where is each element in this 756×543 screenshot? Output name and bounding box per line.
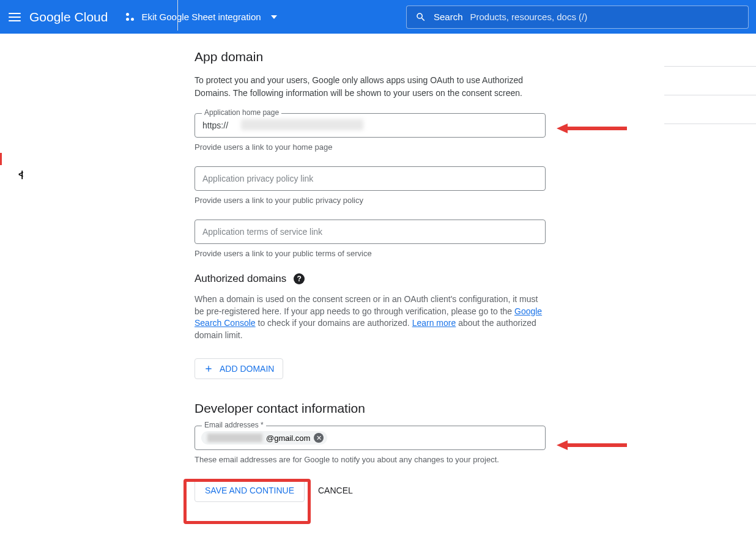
header: Google Cloud Ekit Google Sheet integrati…	[0, 0, 756, 34]
button-row: SAVE AND CONTINUE CANCEL	[195, 479, 756, 502]
remove-chip-icon[interactable]: ✕	[314, 433, 324, 443]
learn-more-link[interactable]: Learn more	[412, 318, 456, 328]
search-input[interactable]: Search Products, resources, docs (/)	[406, 6, 749, 29]
terms-of-service-input[interactable]	[195, 220, 546, 244]
plus-icon	[204, 364, 213, 374]
add-domain-button[interactable]: ADD DOMAIN	[195, 358, 283, 379]
chevron-down-icon	[271, 15, 277, 19]
hamburger-menu-icon[interactable]	[7, 10, 22, 24]
active-indicator	[0, 153, 2, 165]
content-wrapper: <| App domain To protect you and your us…	[0, 34, 756, 543]
authorized-domains-title-text: Authorized domains	[195, 273, 286, 285]
help-icon[interactable]: ?	[294, 273, 305, 284]
search-label: Search	[434, 12, 463, 22]
email-helper: These email addresses are for Google to …	[195, 455, 756, 464]
developer-contact-title: Developer contact information	[195, 401, 756, 416]
privacy-helper: Provide users a link to your public priv…	[195, 196, 756, 205]
authorized-domains-description: When a domain is used on the consent scr…	[195, 294, 543, 341]
email-suffix: @gmail.com	[266, 434, 310, 443]
collapse-sidebar-icon[interactable]: <|	[18, 169, 21, 179]
email-chip: @gmail.com ✕	[201, 431, 327, 445]
auth-desc-2: to check if your domains are authorized.	[256, 318, 412, 328]
add-domain-label: ADD DOMAIN	[220, 364, 274, 374]
search-placeholder: Products, resources, docs (/)	[470, 12, 588, 22]
email-label: Email addresses *	[202, 421, 266, 429]
decorative-lines	[664, 66, 756, 152]
terms-field-wrapper	[195, 220, 546, 244]
project-icon	[126, 13, 134, 21]
project-selector[interactable]: Ekit Google Sheet integration	[126, 12, 276, 22]
email-addresses-input[interactable]: @gmail.com ✕	[195, 426, 546, 450]
authorized-domains-title: Authorized domains ?	[195, 273, 756, 285]
home-page-field-wrapper: Application home page	[195, 113, 546, 138]
auth-desc-1: When a domain is used on the consent scr…	[195, 294, 538, 316]
home-page-label: Application home page	[202, 108, 281, 117]
cancel-button[interactable]: CANCEL	[318, 486, 353, 495]
sidebar: <|	[0, 34, 177, 543]
vertical-divider	[177, 0, 178, 31]
privacy-field-wrapper	[195, 166, 546, 191]
logo-secondary: Cloud	[75, 10, 108, 24]
app-domain-description: To protect you and your users, Google on…	[195, 74, 538, 100]
redacted-content	[207, 434, 262, 442]
search-icon	[415, 12, 426, 23]
project-name: Ekit Google Sheet integration	[141, 12, 261, 22]
terms-helper: Provide users a link to your public term…	[195, 249, 756, 258]
logo-primary: Google	[29, 10, 71, 24]
save-and-continue-button[interactable]: SAVE AND CONTINUE	[195, 479, 305, 502]
privacy-policy-input[interactable]	[195, 166, 546, 191]
email-field-wrapper: Email addresses * @gmail.com ✕	[195, 426, 546, 450]
redacted-content	[241, 119, 363, 130]
google-cloud-logo[interactable]: Google Cloud	[29, 10, 108, 24]
app-domain-title: App domain	[195, 50, 756, 64]
